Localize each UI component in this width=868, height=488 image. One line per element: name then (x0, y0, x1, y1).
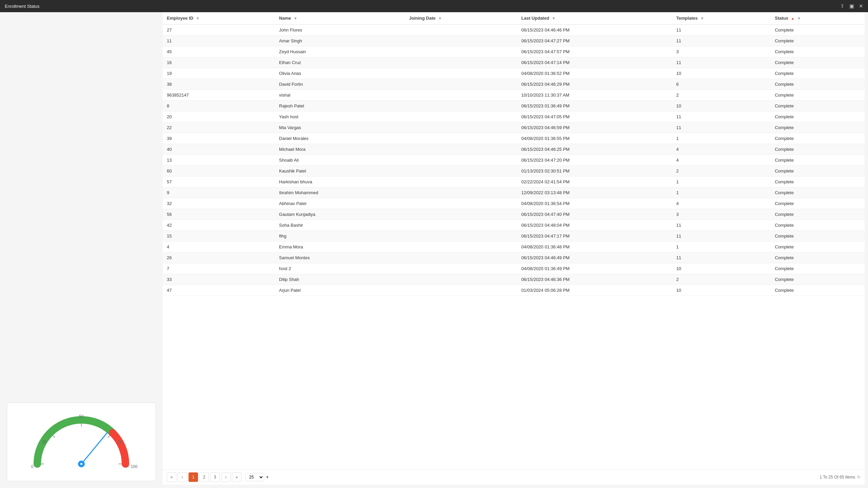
col-name-label: Name (279, 16, 291, 21)
cell-status: Complete (771, 36, 865, 46)
topbar-title: Enrollment Status (5, 4, 40, 9)
cell-last-updated: 06/15/2023 01:36:49 PM (517, 101, 672, 111)
right-panel: Employee ID ▼ Name ▼ Joining Date ▼ La (163, 12, 868, 488)
col-status-label: Status (775, 16, 788, 21)
cell-templates: 4 (672, 144, 771, 155)
table-row: 13Shoaib Ali06/15/2023 04:47:20 PM4Compl… (163, 155, 865, 166)
col-joining-date[interactable]: Joining Date ▼ (405, 12, 517, 24)
cell-status: Complete (771, 166, 865, 177)
table-body: 27John Flores06/15/2023 04:46:46 PM11Com… (163, 24, 865, 296)
cell-status: Complete (771, 111, 865, 122)
col-emp-id[interactable]: Employee ID ▼ (163, 12, 275, 24)
cell-name: Mia Vargas (275, 122, 405, 133)
cell-emp-id: 11 (163, 36, 275, 46)
status-filter-icon[interactable]: ▼ (797, 16, 801, 20)
camera-icon[interactable]: ▣ (849, 3, 854, 9)
cell-status: Complete (771, 187, 865, 198)
cell-status: Complete (771, 252, 865, 263)
col-status[interactable]: Status ▲ ▼ (771, 12, 865, 24)
cell-joining-date (405, 155, 517, 166)
page-size-dropdown[interactable]: 25 10 50 100 (245, 473, 264, 481)
refresh-icon[interactable]: ↻ (857, 475, 861, 480)
col-name[interactable]: Name ▼ (275, 12, 405, 24)
table-row: 8Rajesh Patel06/15/2023 01:36:49 PM10Com… (163, 101, 865, 111)
cell-name: Kaushik Patel (275, 166, 405, 177)
table-row: 22Mia Vargas06/15/2023 04:46:59 PM11Comp… (163, 122, 865, 133)
prev-page-button[interactable]: ‹ (178, 472, 187, 482)
cell-status: Complete (771, 155, 865, 166)
table-row: 33Dilip Shah06/15/2023 04:46:36 PM2Compl… (163, 274, 865, 285)
page-size-dropdown-icon: ▼ (265, 475, 269, 479)
col-emp-id-label: Employee ID (167, 16, 193, 21)
cell-name: Olivia Arias (275, 68, 405, 79)
enrollment-table: Employee ID ▼ Name ▼ Joining Date ▼ La (163, 12, 865, 296)
cell-joining-date (405, 46, 517, 57)
cell-joining-date (405, 24, 517, 36)
cell-last-updated: 06/15/2023 04:47:27 PM (517, 36, 672, 46)
page-2-button[interactable]: 2 (199, 472, 209, 482)
cell-last-updated: 06/15/2023 04:46:46 PM (517, 24, 672, 36)
col-templates[interactable]: Templates ▼ (672, 12, 771, 24)
gauge-card: 0 25 50 75 — 100 (7, 403, 156, 481)
name-filter-icon[interactable]: ▼ (294, 16, 297, 20)
gauge-label-25: 25 (42, 440, 46, 445)
page-1-button[interactable]: 1 (189, 472, 198, 482)
cell-templates: 4 (672, 198, 771, 209)
table-header: Employee ID ▼ Name ▼ Joining Date ▼ La (163, 12, 865, 24)
cell-name: Zeyd Hussain (275, 46, 405, 57)
cell-name: Arjun Patel (275, 285, 405, 296)
cell-last-updated: 04/08/2020 01:36:52 PM (517, 68, 672, 79)
cell-last-updated: 04/08/2020 01:36:48 PM (517, 242, 672, 252)
cell-status: Complete (771, 101, 865, 111)
last-page-button[interactable]: » (232, 472, 241, 482)
table-row: 19Olivia Arias04/08/2020 01:36:52 PM10Co… (163, 68, 865, 79)
cell-name: fthg (275, 231, 405, 242)
joining-date-filter-icon[interactable]: ▼ (438, 16, 442, 20)
cell-last-updated: 04/08/2020 01:36:49 PM (517, 263, 672, 274)
table-row: 42Soha Bashir06/15/2023 04:48:04 PM11Com… (163, 220, 865, 231)
cell-emp-id: 38 (163, 79, 275, 90)
cell-templates: 4 (672, 155, 771, 166)
first-page-button[interactable]: « (167, 472, 176, 482)
cell-templates: 3 (672, 46, 771, 57)
cell-joining-date (405, 177, 517, 187)
col-last-updated[interactable]: Last Updated ▼ (517, 12, 672, 24)
templates-filter-icon[interactable]: ▼ (700, 16, 704, 20)
cell-emp-id: 47 (163, 285, 275, 296)
cell-last-updated: 04/08/2020 01:36:55 PM (517, 133, 672, 144)
upload-icon[interactable]: ⇧ (840, 3, 845, 9)
table-row: 26Samuel Montes06/15/2023 04:46:49 PM11C… (163, 252, 865, 263)
table-container[interactable]: Employee ID ▼ Name ▼ Joining Date ▼ La (163, 12, 865, 469)
emp-id-filter-icon[interactable]: ▼ (196, 16, 200, 20)
cell-joining-date (405, 101, 517, 111)
cell-emp-id: 19 (163, 68, 275, 79)
table-row: 47Arjun Patel01/03/2024 05:06:28 PM10Com… (163, 285, 865, 296)
table-row: 56Gautam Kunjadiya06/15/2023 04:47:40 PM… (163, 209, 865, 220)
cell-last-updated: 06/15/2023 04:46:36 PM (517, 274, 672, 285)
cell-templates: 10 (672, 285, 771, 296)
cell-last-updated: 06/15/2023 04:48:04 PM (517, 220, 672, 231)
cell-name: vishal (275, 90, 405, 101)
cell-emp-id: 33 (163, 274, 275, 285)
cell-name: Amar Singh (275, 36, 405, 46)
cell-status: Complete (771, 79, 865, 90)
cell-last-updated: 06/15/2023 04:46:29 PM (517, 79, 672, 90)
last-updated-filter-icon[interactable]: ▼ (552, 16, 555, 20)
close-icon[interactable]: ✕ (859, 3, 863, 9)
gauge-label-50: 50 (79, 414, 84, 419)
next-page-button[interactable]: › (221, 472, 231, 482)
table-row: 39Daniel Morales04/08/2020 01:36:55 PM1C… (163, 133, 865, 144)
cell-templates: 1 (672, 133, 771, 144)
cell-templates: 1 (672, 177, 771, 187)
cell-templates: 10 (672, 263, 771, 274)
status-sort-icon[interactable]: ▲ (791, 16, 795, 20)
page-size-select: 25 10 50 100 ▼ (245, 473, 269, 481)
page-3-button[interactable]: 3 (210, 472, 220, 482)
cell-emp-id: 16 (163, 57, 275, 68)
cell-status: Complete (771, 46, 865, 57)
cell-name: Gautam Kunjadiya (275, 209, 405, 220)
cell-name: Abhinav Patel (275, 198, 405, 209)
cell-joining-date (405, 220, 517, 231)
cell-joining-date (405, 68, 517, 79)
cell-last-updated: 06/15/2023 04:47:17 PM (517, 231, 672, 242)
